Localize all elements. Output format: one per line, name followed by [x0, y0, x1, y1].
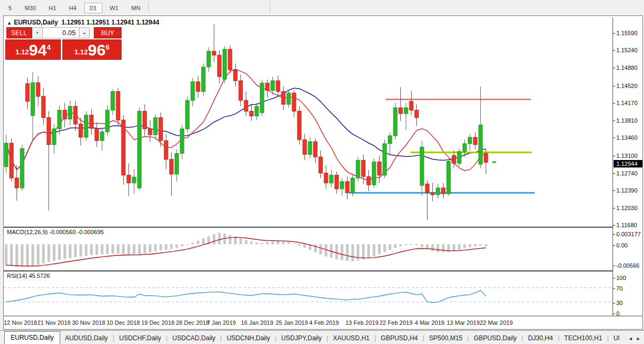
- macd-axis-label: 0.00: [616, 242, 627, 249]
- time-axis-label: 12 Nov 2018: [4, 319, 37, 326]
- time-axis-label: 16 Jan 2019: [241, 319, 273, 326]
- time-axis-label: 19 Dec 2018: [141, 319, 174, 326]
- macd-axis-label: -0.00566: [616, 262, 639, 269]
- trading-terminal-window: 5M30H1H4D1W1MN ▲EURUSD,Daily 1.12951 1.1…: [0, 0, 644, 344]
- time-axis-label: 13 Feb 2019: [345, 319, 379, 326]
- buy-button[interactable]: BUY: [94, 27, 122, 38]
- timeframe-button-mn[interactable]: MN: [126, 3, 146, 13]
- tab-scroll-arrows: ◄►: [626, 336, 642, 341]
- chart-tab-tech100-h1[interactable]: TECH100,H1: [559, 332, 607, 344]
- chart-tab-gbpusd-daily[interactable]: GBPUSD,Daily: [469, 332, 522, 344]
- timeframe-button-5[interactable]: 5: [3, 3, 17, 13]
- sell-price-big: 94: [29, 43, 46, 58]
- time-axis-label: 7 Jan 2019: [207, 319, 236, 326]
- time-axis-label: 13 Mar 2019: [447, 319, 480, 326]
- toolbar-separator: [270, 2, 270, 13]
- chart-tab-dj30-h4[interactable]: DJ30,H4: [523, 332, 558, 344]
- macd-panel-separator: [4, 227, 642, 228]
- buy-price-big: 96: [88, 43, 106, 58]
- toolbar-separator: [148, 2, 149, 13]
- sell-price-box[interactable]: 1.12 94 4: [5, 39, 61, 60]
- time-axis-separator: [4, 316, 642, 316]
- chart-tab-eurusd-daily[interactable]: EURUSD,Daily: [4, 331, 60, 344]
- price-axis-label: 1.13460: [616, 134, 638, 141]
- timeframe-button-h4[interactable]: H4: [64, 3, 82, 13]
- time-axis-label: 28 Dec 2018: [176, 319, 209, 326]
- chart-ohlc-values: 1.12951 1.12951 1.12941 1.12944: [61, 19, 159, 26]
- timeframe-button-h1[interactable]: H1: [44, 3, 62, 13]
- macd-indicator-label: MACD(12,26,9) -0.000560 -0.000695: [7, 229, 104, 235]
- time-axis-label: 30 Nov 2018: [72, 319, 105, 326]
- price-axis-label: 1.13100: [616, 153, 638, 159]
- volume-increase-button[interactable]: ▲: [79, 27, 90, 38]
- chevron-down-icon: ▼: [36, 31, 39, 35]
- price-axis-label: 1.14520: [616, 83, 638, 89]
- price-axis-label: 1.12390: [616, 187, 638, 194]
- rsi-panel-separator: [4, 270, 642, 271]
- collapse-arrow-icon[interactable]: ▲: [7, 20, 12, 26]
- timeframe-buttons: 5M30H1H4D1W1MN: [2, 3, 147, 13]
- sell-price-pip: 4: [47, 43, 51, 51]
- sell-price-prefix: 1.12: [15, 48, 29, 56]
- chart-tab-gbpusd-h4[interactable]: GBPUSD,H4: [376, 332, 422, 344]
- rsi-axis-label: 30: [616, 300, 623, 306]
- sell-button[interactable]: SELL: [6, 27, 32, 38]
- price-axis-label: 1.14170: [616, 100, 638, 106]
- price-axis-label: 1.13810: [616, 117, 638, 124]
- volume-input[interactable]: 0.05: [42, 27, 79, 38]
- rsi-axis-label: 0: [616, 310, 619, 317]
- timeframe-toolbar: 5M30H1H4D1W1MN: [0, 0, 644, 15]
- buy-price-pip: 6: [106, 43, 109, 51]
- time-axis-label: 4 Mar 2019: [415, 319, 445, 326]
- buy-price-box[interactable]: 1.12 96 6: [62, 39, 122, 60]
- chart-title: ▲EURUSD,Daily 1.12951 1.12951 1.12941 1.…: [7, 19, 159, 26]
- chart-tab-audusd-daily[interactable]: AUDUSD,Daily: [60, 332, 113, 344]
- chart-tab-usdjpy-daily[interactable]: USDJPY,Daily: [277, 332, 327, 344]
- macd-axis-label: 0.003177: [616, 231, 641, 237]
- scroll-right-icon[interactable]: ►: [634, 336, 642, 341]
- price-axis-label: 1.12740: [616, 170, 638, 177]
- scroll-left-icon[interactable]: ◄: [626, 336, 634, 341]
- price-axis-label: 1.15590: [616, 30, 638, 36]
- timeframe-button-d1[interactable]: D1: [84, 3, 102, 13]
- rsi-axis-label: 100: [616, 275, 626, 281]
- chart-symbol-label: EURUSD,Daily: [14, 19, 58, 26]
- time-axis-label: 10 Dec 2018: [107, 319, 140, 326]
- chart-tab-sp500-m15[interactable]: SP500,M15: [424, 332, 468, 344]
- timeframe-button-w1[interactable]: W1: [104, 3, 124, 13]
- time-axis: 12 Nov 201821 Nov 201830 Nov 201810 Dec …: [4, 317, 611, 328]
- rsi-axis-label: 70: [616, 285, 623, 292]
- timeframe-button-m30[interactable]: M30: [19, 3, 41, 13]
- volume-decrease-button[interactable]: ▼: [32, 27, 43, 38]
- price-axis-label: 1.12030: [616, 205, 638, 211]
- price-axis: 1.155901.152401.148801.145201.141701.138…: [613, 18, 642, 316]
- chevron-up-icon: ▲: [83, 31, 86, 35]
- chart-tab-bar: EURUSD,DailyAUDUSD,Daily|USDCHF,Daily|US…: [0, 330, 644, 344]
- time-axis-label: 25 Jan 2019: [276, 319, 308, 326]
- chart-window: ▲EURUSD,Daily 1.12951 1.12951 1.12941 1.…: [3, 15, 643, 330]
- chart-tab-usdcnh-daily[interactable]: USDCNH,Daily: [222, 332, 275, 344]
- time-axis-label: 4 Feb 2019: [309, 319, 339, 326]
- price-axis-label: 1.14880: [616, 65, 638, 71]
- time-axis-label: 22 Feb 2019: [380, 319, 413, 326]
- time-axis-label: 21 Nov 2018: [37, 319, 70, 326]
- price-axis-label: 1.15240: [616, 47, 638, 53]
- chart-tab-usdcad-daily[interactable]: USDCAD,Daily: [167, 332, 220, 344]
- chart-tab-usdchf-daily[interactable]: USDCHF,Daily: [115, 332, 166, 344]
- chart-tab-ul[interactable]: Ul: [609, 332, 624, 344]
- chart-tab-xauusd-h1[interactable]: XAUUSD,H1: [328, 332, 375, 344]
- time-axis-label: 22 Mar 2019: [480, 319, 513, 326]
- price-axis-label: 1.11680: [616, 222, 637, 228]
- current-price-tag: 1.12944: [614, 160, 642, 167]
- buy-price-prefix: 1.12: [75, 48, 88, 56]
- rsi-indicator-label: RSI(14) 45.5726: [7, 273, 50, 279]
